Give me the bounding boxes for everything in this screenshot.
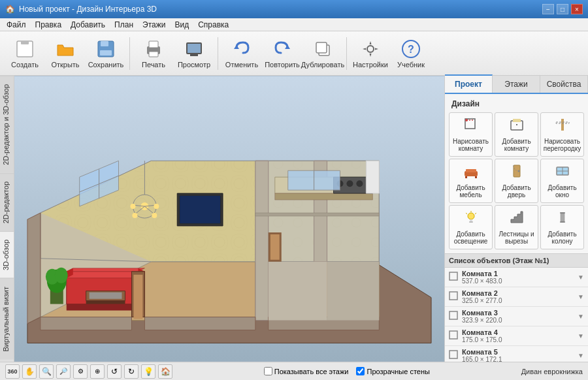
tool-home-view[interactable]: 🏠 [158, 364, 172, 379]
tool-create[interactable]: Создать [5, 35, 44, 72]
design-btn-add-column[interactable]: Добавить колону [540, 205, 584, 249]
print-icon [143, 39, 164, 59]
svg-marker-35 [144, 317, 255, 330]
menu-add[interactable]: Добавить [67, 19, 109, 31]
objects-list[interactable]: Комната 1 537.0 × 483.0 ▼ Комната 2 325.… [445, 268, 588, 362]
room1-icon [449, 272, 458, 283]
left-tab-virtual[interactable]: Виртуальный визит [0, 278, 14, 360]
svg-rect-3 [101, 41, 108, 46]
checkbox-transparent-walls[interactable]: Прозрачные стены [356, 367, 429, 375]
menu-plan[interactable]: План [110, 19, 137, 31]
menu-edit[interactable]: Правка [31, 19, 66, 31]
object-item-room3[interactable]: Комната 3 323.9 × 220.0 ▼ [445, 307, 588, 326]
room2-size: 325.0 × 277.0 [462, 297, 574, 304]
tool-save[interactable]: Сохранить [86, 35, 125, 72]
svg-point-75 [130, 204, 135, 209]
left-tab-2d[interactable]: 2D-редактор [0, 173, 14, 231]
svg-point-97 [468, 213, 474, 219]
svg-marker-12 [285, 45, 290, 49]
menu-help[interactable]: Справка [194, 19, 233, 31]
svg-marker-61 [327, 262, 380, 321]
room2-arrow[interactable]: ▼ [578, 293, 584, 300]
tool-undo-label: Отменить [225, 61, 258, 69]
main-content: 2D-редактор и 3D-обзор 2D-редактор 3D-об… [0, 76, 588, 362]
view-area[interactable] [14, 76, 444, 362]
tool-rot-left[interactable]: ↺ [107, 364, 122, 379]
design-btn-stairs[interactable]: Лестницы и вырезы [495, 205, 538, 249]
svg-point-57 [346, 180, 353, 187]
room4-arrow[interactable]: ▼ [578, 332, 584, 340]
create-icon [14, 39, 35, 59]
room2-info: Комната 2 325.0 × 277.0 [462, 289, 574, 304]
svg-rect-90 [465, 176, 467, 178]
design-btn-add-door[interactable]: Добавить дверь [495, 159, 538, 203]
tool-rot-right[interactable]: ↻ [124, 364, 139, 379]
status-tools: 360 ✋ 🔍 🔎 ⚙ ⊕ ↺ ↻ 💡 🏠 [5, 364, 172, 379]
close-button[interactable]: × [571, 4, 583, 14]
room3-info: Комната 3 323.9 × 220.0 [462, 309, 574, 324]
tool-print[interactable]: Печать [134, 35, 173, 72]
right-panel: Проект Этажи Свойства Дизайн Нарисовать … [444, 76, 588, 362]
left-tab-2d-3d[interactable]: 2D-редактор и 3D-обзор [0, 76, 14, 173]
undo-icon [231, 39, 252, 59]
tool-settings[interactable]: Настройки [351, 35, 390, 72]
room5-arrow[interactable]: ▼ [578, 352, 584, 359]
tab-properties[interactable]: Свойства [540, 76, 588, 93]
add-light-label: Добавить освещение [451, 230, 491, 245]
design-btn-draw-partition[interactable]: Нарисовать перегородку [540, 112, 584, 157]
svg-rect-14 [316, 42, 327, 53]
checkbox-show-all-floors[interactable]: Показывать все этажи [264, 367, 349, 375]
design-btn-add-window[interactable]: Добавить окно [540, 159, 584, 203]
design-btn-add-light[interactable]: Добавить освещение [449, 205, 493, 249]
tool-pan[interactable]: ✋ [22, 364, 37, 379]
tool-open[interactable]: Открыть [46, 35, 85, 72]
object-item-room5[interactable]: Комната 5 165.0 × 172.1 ▼ [445, 346, 588, 362]
app-icon: 🏠 [5, 5, 15, 14]
menu-view[interactable]: Вид [171, 19, 193, 31]
svg-rect-103 [560, 212, 565, 214]
tool-light-toggle[interactable]: 💡 [141, 364, 155, 379]
left-tabs: 2D-редактор и 3D-обзор 2D-редактор 3D-об… [0, 76, 14, 362]
room1-arrow[interactable]: ▼ [578, 274, 584, 281]
tab-project[interactable]: Проект [445, 74, 493, 93]
tool-preview[interactable]: Просмотр [174, 35, 214, 72]
menu-file[interactable]: Файл [3, 19, 30, 31]
design-btn-add-furniture[interactable]: Добавить мебель [449, 159, 493, 203]
tool-360[interactable]: 360 [5, 364, 20, 379]
tool-orbit[interactable]: ⚙ [73, 364, 88, 379]
tool-redo[interactable]: Повторить [263, 35, 302, 72]
tool-zoom-in[interactable]: 🔍 [39, 364, 54, 379]
toolbar-separator-1 [129, 37, 130, 70]
tool-undo[interactable]: Отменить [222, 35, 261, 72]
tab-floors[interactable]: Этажи [493, 76, 540, 93]
svg-text:?: ? [408, 44, 414, 55]
svg-rect-85 [513, 119, 521, 122]
object-item-room4[interactable]: Комната 4 175.0 × 175.0 ▼ [445, 326, 588, 346]
left-tab-3d[interactable]: 3D-обзор [0, 231, 14, 278]
room4-name: Комната 4 [462, 328, 574, 336]
status-bar: 360 ✋ 🔍 🔎 ⚙ ⊕ ↺ ↻ 💡 🏠 Показывать все эта… [0, 362, 588, 380]
object-item-room2[interactable]: Комната 2 325.0 × 277.0 ▼ [445, 287, 588, 307]
minimize-button[interactable]: − [542, 4, 554, 14]
room3-arrow[interactable]: ▼ [578, 313, 584, 320]
show-all-floors-label: Показывать все этажи [274, 368, 349, 375]
add-door-label: Добавить дверь [497, 184, 536, 198]
object-item-room1[interactable]: Комната 1 537.0 × 483.0 ▼ [445, 268, 588, 287]
title-bar-controls[interactable]: − □ × [542, 4, 583, 14]
show-all-floors-input[interactable] [264, 367, 272, 375]
svg-marker-31 [255, 161, 269, 320]
transparent-walls-input[interactable] [356, 367, 365, 375]
svg-marker-60 [269, 262, 327, 321]
svg-rect-109 [449, 331, 457, 339]
room3-size: 323.9 × 220.0 [462, 317, 574, 324]
tool-zoom-out[interactable]: 🔎 [56, 364, 71, 379]
tool-tutorial[interactable]: ? Учебник [391, 35, 431, 72]
design-btn-draw-room[interactable]: Нарисовать комнату [449, 112, 493, 157]
maximize-button[interactable]: □ [557, 4, 568, 14]
add-window-label: Добавить окно [542, 184, 582, 198]
svg-point-15 [367, 46, 374, 52]
design-btn-add-room[interactable]: Добавить комнату [495, 112, 538, 157]
tool-fit[interactable]: ⊕ [90, 364, 105, 379]
menu-floors[interactable]: Этажи [139, 19, 169, 31]
tool-duplicate[interactable]: Дублировать [303, 35, 342, 72]
